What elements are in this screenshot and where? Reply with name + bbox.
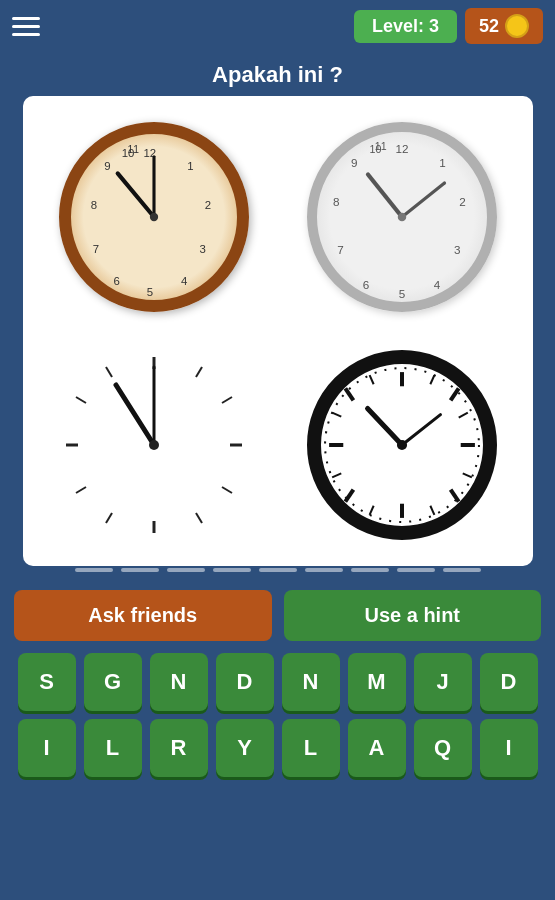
svg-line-27: [368, 175, 402, 218]
svg-line-28: [402, 183, 445, 217]
coin-icon: [505, 14, 529, 38]
key-R[interactable]: R: [150, 719, 208, 777]
use-hint-button[interactable]: Use a hint: [284, 590, 542, 641]
svg-line-55: [458, 413, 467, 418]
dash-6: [305, 568, 343, 572]
coins-badge: 52: [465, 8, 543, 44]
clock-wooden: 12 1 2 3 4 5 6 7 8 9 10 11: [59, 122, 249, 312]
dash-1: [75, 568, 113, 572]
svg-text:2: 2: [204, 199, 210, 211]
svg-text:9: 9: [104, 160, 110, 172]
svg-text:4: 4: [180, 275, 187, 287]
key-Q[interactable]: Q: [414, 719, 472, 777]
key-D1[interactable]: D: [216, 653, 274, 711]
svg-text:12: 12: [395, 142, 408, 155]
dash-2: [121, 568, 159, 572]
question-text: Apakah ini ?: [0, 52, 555, 96]
clock-wooden-cell: 12 1 2 3 4 5 6 7 8 9 10 11: [33, 106, 275, 328]
key-M[interactable]: M: [348, 653, 406, 711]
svg-line-31: [196, 367, 202, 377]
svg-line-41: [106, 367, 112, 377]
clock-black-cell: [281, 334, 523, 556]
svg-text:2: 2: [459, 195, 466, 208]
key-I1[interactable]: I: [18, 719, 76, 777]
svg-text:3: 3: [454, 243, 461, 256]
key-N1[interactable]: N: [150, 653, 208, 711]
key-L2[interactable]: L: [282, 719, 340, 777]
svg-line-47: [450, 388, 458, 400]
svg-text:8: 8: [332, 195, 339, 208]
svg-text:11: 11: [374, 140, 386, 152]
answer-divider: [0, 566, 555, 582]
svg-line-32: [222, 397, 232, 403]
svg-line-40: [76, 397, 86, 403]
svg-line-62: [367, 409, 401, 445]
key-N2[interactable]: N: [282, 653, 340, 711]
clock-minimal-svg: [54, 345, 254, 545]
key-L1[interactable]: L: [84, 719, 142, 777]
clock-gray: 12 1 2 3 4 5 6 7 8 9 10 11: [307, 122, 497, 312]
svg-line-53: [345, 388, 353, 400]
svg-line-60: [332, 413, 341, 417]
clock-wooden-svg: 12 1 2 3 4 5 6 7 8 9 10 11: [71, 134, 237, 300]
svg-text:3: 3: [199, 243, 205, 255]
key-I2[interactable]: I: [480, 719, 538, 777]
coins-value: 52: [479, 16, 499, 37]
key-J[interactable]: J: [414, 653, 472, 711]
svg-text:6: 6: [113, 275, 119, 287]
header-right: Level: 3 52: [354, 8, 543, 44]
svg-line-54: [430, 375, 434, 384]
svg-line-37: [106, 513, 112, 523]
keyboard-row-1: S G N D N M J D: [10, 653, 545, 711]
svg-point-44: [149, 440, 159, 450]
svg-line-35: [196, 513, 202, 523]
svg-line-56: [462, 473, 471, 477]
svg-text:9: 9: [350, 156, 357, 169]
svg-point-64: [396, 440, 406, 450]
svg-text:5: 5: [146, 286, 152, 298]
clock-black-svg: [321, 364, 483, 526]
svg-line-63: [402, 415, 440, 445]
svg-text:7: 7: [337, 243, 344, 256]
svg-line-34: [222, 487, 232, 493]
dash-9: [443, 568, 481, 572]
svg-line-59: [332, 473, 341, 477]
keyboard-row-2: I L R Y L A Q I: [10, 719, 545, 777]
key-S[interactable]: S: [18, 653, 76, 711]
key-D2[interactable]: D: [480, 653, 538, 711]
clock-gray-cell: 12 1 2 3 4 5 6 7 8 9 10 11: [281, 106, 523, 328]
svg-point-29: [397, 213, 406, 222]
clock-minimal-cell: [33, 334, 275, 556]
dash-8: [397, 568, 435, 572]
svg-line-51: [345, 490, 353, 502]
svg-line-57: [430, 506, 434, 515]
svg-line-61: [369, 375, 373, 384]
svg-line-12: [117, 173, 153, 217]
image-area: 12 1 2 3 4 5 6 7 8 9 10 11: [23, 96, 533, 566]
ask-friends-button[interactable]: Ask friends: [14, 590, 272, 641]
header: Level: 3 52: [0, 0, 555, 52]
menu-button[interactable]: [12, 17, 40, 36]
svg-text:11: 11: [127, 144, 139, 155]
svg-text:1: 1: [187, 160, 193, 172]
svg-text:6: 6: [362, 278, 369, 291]
key-Y[interactable]: Y: [216, 719, 274, 777]
clock-gray-svg: 12 1 2 3 4 5 6 7 8 9 10 11: [317, 132, 487, 302]
keyboard: S G N D N M J D I L R Y L A Q I: [0, 649, 555, 781]
svg-text:5: 5: [398, 287, 405, 300]
key-A[interactable]: A: [348, 719, 406, 777]
dash-3: [167, 568, 205, 572]
svg-text:7: 7: [92, 243, 98, 255]
action-buttons: Ask friends Use a hint: [0, 582, 555, 649]
clock-black: [307, 350, 497, 540]
key-G[interactable]: G: [84, 653, 142, 711]
dash-5: [259, 568, 297, 572]
svg-point-14: [149, 213, 157, 221]
svg-line-58: [369, 506, 373, 515]
svg-line-42: [116, 385, 154, 445]
dash-7: [351, 568, 389, 572]
clock-minimal: [54, 345, 254, 545]
svg-text:8: 8: [90, 199, 96, 211]
dash-4: [213, 568, 251, 572]
svg-text:1: 1: [439, 156, 446, 169]
